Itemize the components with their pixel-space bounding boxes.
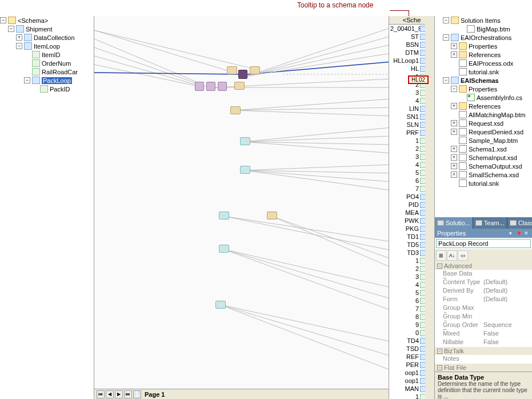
sol-smallschema[interactable]: SmallSchema.xsd xyxy=(469,171,519,178)
sol-bigmap[interactable]: BigMap.btm xyxy=(477,26,510,33)
property-row[interactable]: Content Type(Default) xyxy=(435,278,532,287)
last-page-button[interactable]: ⏭ xyxy=(124,390,132,398)
property-row[interactable]: Group Order TySequence xyxy=(435,321,532,330)
tab-class-view[interactable]: Class... xyxy=(507,217,532,229)
sol-requestdenied[interactable]: RequestDenied.xsd xyxy=(469,129,523,135)
property-row[interactable]: Form(Default) xyxy=(435,296,532,304)
functoid[interactable] xyxy=(230,106,241,114)
properties-object-selector[interactable]: PackLoop Record xyxy=(436,239,531,248)
sol-eaiorch[interactable]: EAIOrchestrations xyxy=(461,34,511,41)
functoid[interactable] xyxy=(240,137,250,145)
collapse-icon[interactable]: − xyxy=(451,86,457,92)
prop-value[interactable]: False xyxy=(483,338,532,347)
functoid[interactable] xyxy=(240,166,250,174)
sol-schema1[interactable]: Schema1.xsd xyxy=(469,146,507,153)
prop-value[interactable]: (Default) xyxy=(483,287,532,296)
property-row[interactable]: Group Max Occ xyxy=(435,304,532,313)
functoid[interactable] xyxy=(250,66,260,74)
expand-icon[interactable]: + xyxy=(451,129,457,135)
expand-icon[interactable]: + xyxy=(451,51,457,58)
expand-icon[interactable]: + xyxy=(451,103,457,109)
sol-references2[interactable]: References xyxy=(469,103,501,110)
prop-value[interactable] xyxy=(483,270,532,278)
prop-value[interactable]: (Default) xyxy=(483,296,532,304)
properties-button[interactable]: ▭ xyxy=(458,250,468,261)
sol-allmatching[interactable]: AllMatchingMap.btm xyxy=(469,111,526,118)
source-schema-tree[interactable]: −<Schema> −Shipment +DataCollection −Ite… xyxy=(0,16,94,399)
collapse-icon[interactable]: − xyxy=(8,26,14,32)
prev-page-button[interactable]: ◀ xyxy=(106,390,114,398)
first-page-button[interactable]: ⏮ xyxy=(97,390,105,398)
property-row[interactable]: Base Data Type xyxy=(435,270,532,278)
functoid[interactable] xyxy=(215,301,226,309)
page-label[interactable]: Page 1 xyxy=(145,391,165,398)
tree-shipment[interactable]: Shipment xyxy=(26,26,52,33)
property-row[interactable]: Group Min Occ xyxy=(435,313,532,321)
sol-references[interactable]: References xyxy=(469,51,501,58)
alphabetical-button[interactable]: A↓ xyxy=(447,250,457,261)
sol-eaiprocess[interactable]: EAIProcess.odx xyxy=(469,60,513,67)
expand-icon[interactable]: + xyxy=(451,154,457,161)
collapse-icon[interactable]: − xyxy=(443,77,449,83)
property-row[interactable]: NillableFalse xyxy=(435,338,532,347)
prop-value[interactable]: (Default) xyxy=(483,278,532,287)
functoid[interactable] xyxy=(195,82,204,91)
sol-assemblyinfo[interactable]: AssemblyInfo.cs xyxy=(477,94,522,101)
collapse-icon[interactable]: − xyxy=(437,264,442,269)
tree-railroadcar[interactable]: RailRoadCar xyxy=(42,69,78,75)
tree-itemid[interactable]: ItemID xyxy=(42,51,60,58)
prop-cat-advanced[interactable]: −Advanced xyxy=(435,262,532,270)
sol-properties[interactable]: Properties xyxy=(469,43,497,50)
expand-icon[interactable]: + xyxy=(16,34,22,41)
sol-samplemap[interactable]: Sample_Map.btm xyxy=(469,137,518,144)
expand-icon[interactable]: + xyxy=(451,171,457,178)
tree-packloop[interactable]: PackLoop xyxy=(42,77,72,84)
functoid[interactable] xyxy=(206,82,215,91)
tree-ordernum[interactable]: OrderNum xyxy=(42,60,71,67)
sol-schemaoutput[interactable]: SchemaOutput.xsd xyxy=(469,163,522,170)
functoid[interactable] xyxy=(234,82,245,90)
sol-properties2[interactable]: Properties xyxy=(469,86,497,93)
prop-value[interactable] xyxy=(483,355,532,364)
mapper-grid[interactable]: ⏮ ◀ ▶ ⏭ 📄 Page 1 xyxy=(94,16,389,399)
collapse-icon[interactable]: − xyxy=(437,365,442,370)
expand-icon[interactable]: + xyxy=(451,163,457,169)
tree-itemloop[interactable]: ItemLoop xyxy=(34,43,60,50)
sol-tutorial-snk[interactable]: tutorial.snk xyxy=(469,69,499,75)
sol-tutorial-snk2[interactable]: tutorial.snk xyxy=(469,180,499,187)
functoid[interactable] xyxy=(218,82,227,91)
collapse-icon[interactable]: − xyxy=(437,349,442,354)
categorized-button[interactable]: ⊞ xyxy=(436,250,446,261)
functoid[interactable] xyxy=(219,212,229,220)
properties-grid[interactable]: −Advanced Base Data TypeContent Type(Def… xyxy=(435,262,532,372)
property-row[interactable]: Derived By(Default) xyxy=(435,287,532,296)
sol-request[interactable]: Request.xsd xyxy=(469,120,503,127)
functoid-looping[interactable] xyxy=(238,70,247,79)
functoid[interactable] xyxy=(227,66,237,74)
tab-solution-explorer[interactable]: Solutio... xyxy=(435,217,473,229)
collapse-icon[interactable]: − xyxy=(443,34,449,41)
functoid[interactable] xyxy=(267,212,277,220)
prop-value[interactable] xyxy=(483,304,532,313)
dropdown-icon[interactable]: ▾ xyxy=(507,230,514,236)
prop-cat-flatfile[interactable]: −Flat File xyxy=(435,364,532,372)
collapse-icon[interactable]: − xyxy=(443,17,449,23)
sol-schemainput[interactable]: SchemaInput.xsd xyxy=(469,154,517,161)
collapse-icon[interactable]: − xyxy=(16,43,22,49)
expand-icon[interactable]: + xyxy=(451,43,457,49)
sol-solution-items[interactable]: Solution Items xyxy=(461,17,501,24)
functoid[interactable] xyxy=(219,245,229,253)
sol-eaischemas[interactable]: EAISchemas xyxy=(461,77,499,84)
close-icon[interactable]: ✕ xyxy=(523,230,530,236)
tab-team-explorer[interactable]: Team... xyxy=(473,217,507,229)
tree-datacollection[interactable]: DataCollection xyxy=(34,34,75,41)
pin-icon[interactable]: 📌 xyxy=(515,230,522,236)
expand-icon[interactable]: + xyxy=(451,120,457,126)
collapse-icon[interactable]: − xyxy=(24,77,30,83)
expand-icon[interactable]: + xyxy=(451,146,457,152)
scrollbar[interactable] xyxy=(425,16,434,399)
prop-value[interactable]: False xyxy=(483,330,532,338)
prop-cat-biztalk[interactable]: −BizTalk xyxy=(435,347,532,355)
prop-value[interactable]: Sequence xyxy=(483,321,532,330)
prop-value[interactable] xyxy=(483,313,532,321)
